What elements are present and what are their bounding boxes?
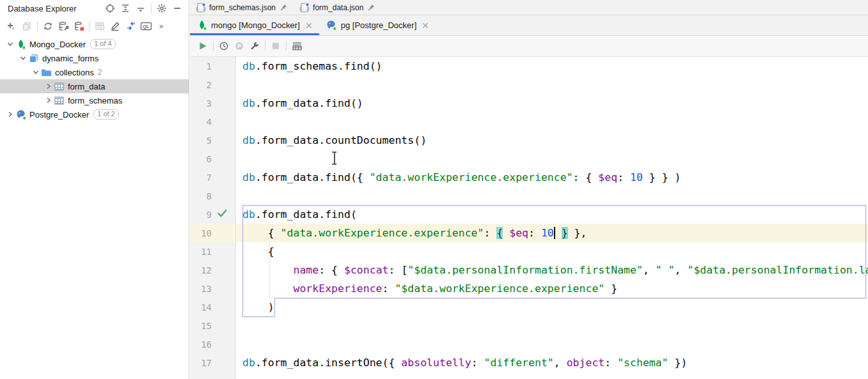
console-tab[interactable]: mongo [Mongo_Docker] [190, 15, 319, 35]
code-line-1[interactable]: db.form_schemas.find() [236, 57, 868, 75]
svg-text:{..}: {..} [299, 6, 310, 11]
file-tab-label: form_schemas.json [209, 3, 276, 12]
view-data-icon[interactable] [92, 19, 107, 33]
gutter-line[interactable]: 15 [190, 316, 235, 335]
code-line-14[interactable]: ) [236, 298, 868, 316]
code-line-5[interactable]: db.form_data.countDocuments() [236, 131, 868, 150]
close-icon[interactable] [422, 22, 429, 29]
code-editor[interactable]: 1 2 3 4 5 6 7 8 9 10 11 12 13 14 [190, 57, 868, 379]
code-line-12[interactable]: name: { $concat: ["$data.personalInforma… [236, 261, 868, 279]
gutter-line[interactable]: 14 [190, 298, 235, 316]
toolbar-separator [213, 41, 214, 51]
tree-item-form_data[interactable]: form_data [0, 79, 189, 93]
toolbar-separator [37, 21, 38, 31]
tree-item-label: collections [55, 68, 94, 77]
chevron-right-icon[interactable] [5, 109, 15, 120]
code-line-7[interactable]: db.form_data.find({ "data.workExperience… [236, 168, 868, 187]
run-icon[interactable] [195, 39, 210, 53]
chevron-down-icon[interactable] [5, 39, 15, 49]
close-icon[interactable] [305, 22, 313, 29]
gutter-line[interactable]: 9 [190, 205, 235, 224]
disconnect-icon[interactable] [71, 19, 86, 33]
chevron-down-icon[interactable] [31, 67, 41, 77]
database-explorer-header: Database Explorer [0, 0, 189, 17]
table-icon [54, 95, 65, 106]
gutter-line[interactable]: 2 [190, 75, 235, 94]
code-line-4[interactable] [236, 112, 868, 131]
line-number: 16 [190, 339, 212, 350]
file-tab[interactable]: {..} form_data.json [294, 0, 381, 15]
chevron-right-icon[interactable] [43, 81, 54, 91]
database-explorer-panel: Database Explorer QL» Mongo_Docker 1 of … [0, 0, 189, 379]
code-line-10[interactable]: { "data.workExperience.experience": { $e… [236, 224, 868, 242]
file-tab[interactable]: {..} form_schemas.json [190, 0, 294, 15]
gutter-line[interactable]: 5 [190, 131, 235, 150]
jump-to-console-icon[interactable] [123, 19, 138, 33]
collapse-all-icon[interactable] [133, 1, 148, 15]
add-datasource-icon[interactable] [4, 19, 19, 33]
gutter-line[interactable]: 16 [190, 335, 235, 353]
tree-item-badge: 1 of 2 [93, 109, 119, 120]
code-line-17[interactable]: db.form_data.insertOne({ absolutelly: "d… [236, 353, 868, 372]
gutter-line[interactable]: 13 [190, 279, 235, 298]
ql-console-icon[interactable]: QL [138, 19, 154, 33]
gutter-line[interactable]: 4 [190, 112, 235, 131]
gutter-line[interactable]: 8 [190, 187, 235, 205]
editor-gutter: 1 2 3 4 5 6 7 8 9 10 11 12 13 14 [190, 57, 236, 379]
gutter-line[interactable]: 1 [190, 57, 235, 75]
more-icon[interactable]: » [154, 19, 169, 33]
tree-item-Postgre_Docker[interactable]: Postgre_Docker 1 of 2 [0, 107, 189, 121]
tree-item-dynamic_forms[interactable]: dynamic_forms [0, 51, 189, 65]
gutter-line[interactable]: 10 [190, 224, 235, 242]
svg-text:»: » [159, 22, 164, 31]
gutter-line[interactable]: 3 [190, 94, 235, 112]
line-number: 17 [190, 358, 212, 368]
pin-icon[interactable] [279, 3, 288, 12]
code-line-13[interactable]: workExperience: "$data.workExperience.ex… [236, 279, 868, 298]
expand-all-icon[interactable] [118, 1, 133, 15]
tree-item-Mongo_Docker[interactable]: Mongo_Docker 1 of 4 [0, 37, 189, 51]
editor-region: {..} form_schemas.json {..} form_data.js… [190, 0, 868, 379]
code-line-15[interactable] [236, 316, 868, 335]
parameters-icon[interactable]: P [232, 39, 247, 53]
tree-item-label: dynamic_forms [42, 54, 99, 63]
pin-icon[interactable] [367, 3, 375, 12]
gutter-line[interactable]: 7 [190, 168, 235, 187]
settings-wrench-icon[interactable] [247, 39, 262, 53]
duplicate-icon[interactable] [19, 19, 35, 33]
locate-opened-element-icon[interactable] [102, 1, 118, 15]
svg-text:QL: QL [143, 24, 150, 29]
code-line-8[interactable] [236, 187, 868, 205]
gutter-line[interactable]: 11 [190, 242, 235, 261]
hide-panel-icon[interactable] [170, 1, 185, 15]
history-icon[interactable] [216, 39, 232, 53]
tree-item-badge: 1 of 4 [90, 39, 116, 49]
refresh-icon[interactable] [40, 19, 56, 33]
code-line-16[interactable] [236, 335, 868, 353]
line-number: 11 [190, 247, 212, 257]
gutter-line[interactable]: 6 [190, 150, 235, 168]
line-number: 1 [190, 61, 212, 72]
svg-text:P: P [237, 43, 241, 49]
code-line-3[interactable]: db.form_data.find() [236, 94, 868, 112]
gutter-line[interactable]: 12 [190, 261, 235, 279]
tree-item-count: 2 [98, 68, 102, 77]
gutter-line[interactable]: 17 [190, 353, 235, 372]
code-line-11[interactable]: { [236, 242, 868, 261]
stop-icon[interactable] [268, 39, 283, 53]
tree-item-form_schemas[interactable]: form_schemas [0, 93, 189, 107]
in-editor-results-icon[interactable] [289, 39, 304, 53]
chevron-right-icon[interactable] [43, 95, 54, 105]
code-area[interactable]: db.form_schemas.find()db.form_data.find(… [236, 57, 868, 379]
code-line-9[interactable]: db.form_data.find( [236, 205, 868, 224]
console-tab[interactable]: pg [Postgre_Docker] [319, 15, 436, 35]
text-caret [554, 227, 555, 239]
line-number: 9 [190, 210, 212, 220]
edit-icon[interactable] [107, 19, 123, 33]
datasource-properties-icon[interactable] [56, 19, 71, 33]
settings-gear-icon[interactable] [154, 1, 170, 15]
tree-item-collections[interactable]: collections 2 [0, 65, 189, 79]
line-number: 13 [190, 284, 212, 294]
chevron-down-icon[interactable] [18, 53, 28, 63]
code-line-2[interactable] [236, 75, 868, 94]
